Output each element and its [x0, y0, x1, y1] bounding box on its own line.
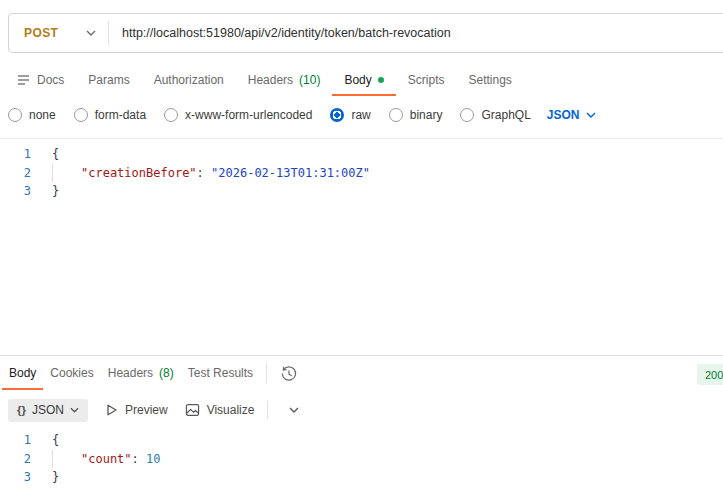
code-token: }: [52, 184, 59, 198]
json-value: "2026-02-13T01:31:00Z": [211, 166, 370, 180]
chevron-down-icon: [289, 407, 299, 413]
preview-label: Preview: [125, 403, 168, 417]
tab-body[interactable]: Body: [332, 64, 395, 96]
radio-icon: [74, 108, 88, 122]
divider: [108, 21, 109, 45]
radio-label: raw: [351, 108, 370, 122]
request-builder-window: POST http://localhost:51980/api/v2/ident…: [0, 0, 723, 503]
code-token: {: [52, 147, 59, 161]
response-body-editor[interactable]: 1 { 2 "count": 10 3 }: [0, 429, 723, 487]
image-icon: [185, 403, 200, 417]
chevron-down-icon: [586, 112, 596, 118]
response-format-select[interactable]: {} JSON: [8, 399, 88, 422]
code-token: {: [52, 433, 59, 447]
radio-label: x-www-form-urlencoded: [185, 108, 312, 122]
tab-label: Body: [9, 366, 36, 380]
tab-label: Test Results: [188, 366, 253, 380]
code-line: 3 }: [0, 468, 723, 487]
body-type-row: none form-data x-www-form-urlencoded raw…: [0, 101, 723, 129]
line-number: 1: [0, 145, 31, 164]
indent-guide: [52, 164, 53, 183]
tab-settings[interactable]: Settings: [456, 64, 523, 96]
headers-count: (10): [299, 73, 320, 87]
line-number: 2: [0, 164, 31, 183]
tab-label: Headers: [248, 73, 293, 87]
visualize-button[interactable]: Visualize: [185, 403, 255, 417]
radio-checked-icon: [330, 108, 344, 122]
response-tabs: Body Cookies Headers (8) Test Results: [0, 356, 723, 390]
chevron-down-icon: [70, 407, 79, 413]
docs-icon: [18, 74, 31, 86]
code-token: :: [197, 166, 211, 180]
line-number: 2: [0, 450, 31, 469]
json-value: 10: [146, 452, 160, 466]
json-key: "creationBefore": [81, 166, 197, 180]
radio-icon: [8, 108, 22, 122]
tab-label: Params: [88, 73, 129, 87]
tab-scripts[interactable]: Scripts: [396, 64, 457, 96]
url-input[interactable]: http://localhost:51980/api/v2/identity/t…: [122, 26, 451, 40]
body-type-binary[interactable]: binary: [389, 108, 443, 122]
radio-icon: [164, 108, 178, 122]
response-tab-cookies[interactable]: Cookies: [43, 356, 100, 390]
code-token: :: [132, 452, 146, 466]
play-outline-icon: [105, 403, 118, 417]
code-line: 2 "count": 10: [0, 450, 723, 469]
code-line: 2 "creationBefore": "2026-02-13T01:31:00…: [0, 164, 723, 183]
tab-label: Cookies: [50, 366, 93, 380]
url-bar: POST http://localhost:51980/api/v2/ident…: [8, 13, 723, 53]
headers-count: (8): [159, 366, 174, 380]
tab-authorization[interactable]: Authorization: [142, 64, 236, 96]
chevron-down-icon: [86, 30, 96, 36]
body-type-urlencoded[interactable]: x-www-form-urlencoded: [164, 108, 312, 122]
radio-label: form-data: [95, 108, 146, 122]
preview-button[interactable]: Preview: [105, 403, 168, 417]
response-tab-test-results[interactable]: Test Results: [181, 356, 260, 390]
tab-label: Docs: [37, 73, 64, 87]
response-tab-headers[interactable]: Headers (8): [101, 356, 181, 390]
body-type-form-data[interactable]: form-data: [74, 108, 146, 122]
tab-docs[interactable]: Docs: [6, 64, 76, 96]
response-history-button[interactable]: [275, 356, 302, 390]
body-type-graphql[interactable]: GraphQL: [460, 108, 530, 122]
method-label: POST: [24, 26, 58, 40]
tab-label: Authorization: [154, 73, 224, 87]
line-number: 3: [0, 182, 31, 201]
more-formats-button[interactable]: [285, 407, 303, 413]
tab-label: Body: [344, 73, 371, 87]
body-type-none[interactable]: none: [8, 108, 56, 122]
code-line: 1 {: [0, 431, 723, 450]
body-modified-dot: [378, 77, 384, 83]
response-tab-body[interactable]: Body: [2, 356, 43, 390]
status-badge: 200 OK: [697, 364, 723, 385]
radio-label: binary: [410, 108, 443, 122]
indent-guide: [52, 450, 53, 469]
body-type-raw[interactable]: raw: [330, 108, 370, 122]
radio-icon: [389, 108, 403, 122]
radio-icon: [460, 108, 474, 122]
response-toolbar: {} JSON Preview Visualize: [0, 395, 723, 425]
format-label: JSON: [32, 403, 64, 417]
divider: [266, 363, 267, 383]
code-token: }: [52, 470, 59, 484]
raw-language-select[interactable]: JSON: [547, 108, 596, 122]
request-tabs: Docs Params Authorization Headers (10) B…: [0, 64, 723, 96]
tab-label: Scripts: [408, 73, 445, 87]
curly-braces-icon: {}: [17, 404, 26, 416]
code-line: 1 {: [0, 145, 723, 164]
divider: [267, 401, 268, 419]
visualize-label: Visualize: [207, 403, 255, 417]
radio-label: GraphQL: [481, 108, 530, 122]
json-key: "count": [81, 452, 132, 466]
raw-language-label: JSON: [547, 108, 580, 122]
tab-label: Settings: [468, 73, 511, 87]
method-select[interactable]: POST: [9, 14, 108, 52]
code-line: 3 }: [0, 182, 723, 201]
request-body-editor[interactable]: 1 { 2 "creationBefore": "2026-02-13T01:3…: [0, 138, 723, 201]
tab-params[interactable]: Params: [76, 64, 141, 96]
line-number: 3: [0, 468, 31, 487]
tab-headers[interactable]: Headers (10): [236, 64, 333, 96]
radio-label: none: [29, 108, 56, 122]
tab-label: Headers: [108, 366, 153, 380]
line-number: 1: [0, 431, 31, 450]
